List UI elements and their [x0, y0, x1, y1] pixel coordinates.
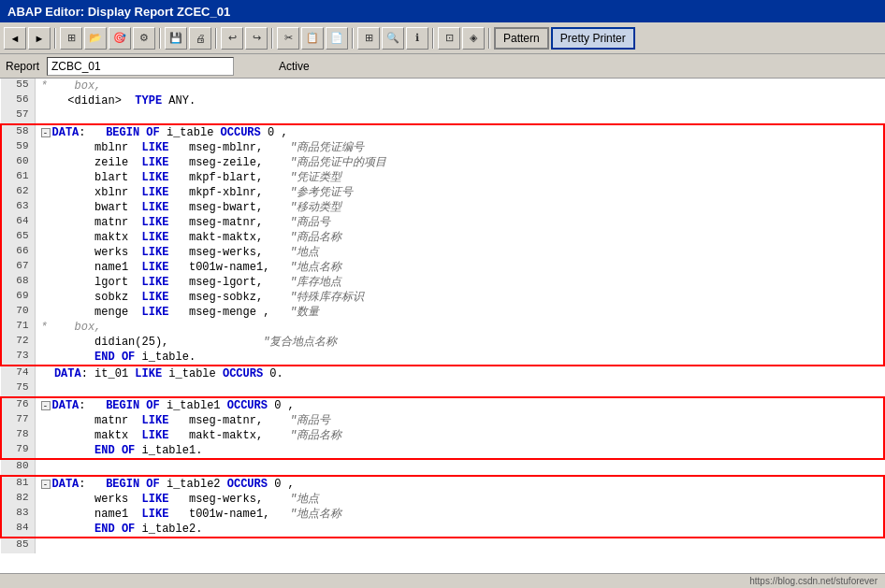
- back-btn[interactable]: ◄: [4, 27, 26, 50]
- fold-marker[interactable]: -: [41, 128, 51, 137]
- code-line[interactable]: -DATA: BEGIN OF i_table1 OCCURS 0 ,: [35, 397, 884, 413]
- table-row: 58-DATA: BEGIN OF i_table OCCURS 0 ,: [1, 124, 884, 140]
- table-row: 66 werks LIKE mseg-werks, "地点: [1, 245, 884, 260]
- line-number: 57: [1, 108, 35, 124]
- code-line[interactable]: menge LIKE mseg-menge , "数量: [35, 305, 884, 320]
- code-table: 55* box,56 <didian> TYPE ANY.57 58-DATA:…: [0, 79, 885, 553]
- code-line[interactable]: * box,: [35, 79, 884, 93]
- line-number: 75: [1, 381, 35, 397]
- code-line[interactable]: matnr LIKE mseg-matnr, "商品号: [35, 413, 884, 428]
- table-row: 56 <didian> TYPE ANY.: [1, 93, 884, 108]
- fold-marker[interactable]: -: [41, 401, 51, 410]
- sep7: [488, 28, 490, 49]
- code-line[interactable]: maktx LIKE makt-maktx, "商品名称: [35, 428, 884, 443]
- find-btn[interactable]: 🔍: [382, 27, 404, 50]
- report-input[interactable]: [47, 57, 234, 76]
- line-number: 61: [1, 170, 35, 185]
- code-line[interactable]: [35, 459, 884, 476]
- sep3: [215, 28, 217, 49]
- code-line[interactable]: [35, 381, 884, 397]
- code-line[interactable]: zeile LIKE mseg-zeile, "商品凭证中的项目: [35, 155, 884, 170]
- pattern-button[interactable]: Pattern: [494, 27, 549, 50]
- table-row: 70 menge LIKE mseg-menge , "数量: [1, 305, 884, 320]
- line-number: 60: [1, 155, 35, 170]
- line-number: 68: [1, 275, 35, 290]
- report-bar: Report Active: [0, 54, 885, 79]
- line-number: 76: [1, 397, 35, 413]
- table-row: 81-DATA: BEGIN OF i_table2 OCCURS 0 ,: [1, 476, 884, 492]
- line-number: 69: [1, 290, 35, 305]
- debug-btn[interactable]: ⊡: [438, 27, 460, 50]
- table-row: 55* box,: [1, 79, 884, 93]
- code-line[interactable]: mblnr LIKE mseg-mblnr, "商品凭证编号: [35, 140, 884, 155]
- line-number: 82: [1, 492, 35, 507]
- table-row: 65 maktx LIKE makt-maktx, "商品名称: [1, 230, 884, 245]
- sep1: [54, 28, 56, 49]
- code-line[interactable]: xblnr LIKE mkpf-xblnr, "参考凭证号: [35, 185, 884, 200]
- code-line[interactable]: matnr LIKE mseg-matnr, "商品号: [35, 215, 884, 230]
- table-row: 84 END OF i_table2.: [1, 522, 884, 538]
- paste-btn[interactable]: 📄: [326, 27, 348, 50]
- code-line[interactable]: END OF i_table1.: [35, 443, 884, 459]
- cut-btn[interactable]: ✂: [277, 27, 299, 50]
- pretty-printer-button[interactable]: Pretty Printer: [551, 27, 635, 50]
- forward-btn[interactable]: ►: [28, 27, 51, 50]
- table-row: 64 matnr LIKE mseg-matnr, "商品号: [1, 215, 884, 230]
- status-bar: https://blog.csdn.net/stuforever: [0, 573, 885, 588]
- line-number: 83: [1, 507, 35, 522]
- line-number: 79: [1, 443, 35, 459]
- info-btn[interactable]: ℹ: [406, 27, 428, 50]
- code-line[interactable]: name1 LIKE t001w-name1, "地点名称: [35, 260, 884, 275]
- run-btn[interactable]: ◈: [462, 27, 485, 50]
- code-line[interactable]: maktx LIKE makt-maktx, "商品名称: [35, 230, 884, 245]
- code-line[interactable]: werks LIKE mseg-werks, "地点: [35, 492, 884, 507]
- code-line[interactable]: sobkz LIKE mseg-sobkz, "特殊库存标识: [35, 290, 884, 305]
- code-line[interactable]: -DATA: BEGIN OF i_table2 OCCURS 0 ,: [35, 476, 884, 492]
- code-line[interactable]: END OF i_table.: [35, 350, 884, 366]
- line-number: 74: [1, 366, 35, 381]
- table-row: 57: [1, 108, 884, 124]
- table-row: 80: [1, 459, 884, 476]
- table-row: 63 bwart LIKE mseg-bwart, "移动类型: [1, 200, 884, 215]
- line-number: 73: [1, 350, 35, 366]
- undo-btn[interactable]: ↩: [221, 27, 243, 50]
- code-line[interactable]: name1 LIKE t001w-name1, "地点名称: [35, 507, 884, 522]
- table-row: 82 werks LIKE mseg-werks, "地点: [1, 492, 884, 507]
- line-number: 63: [1, 200, 35, 215]
- code-line[interactable]: lgort LIKE mseg-lgort, "库存地点: [35, 275, 884, 290]
- line-number: 72: [1, 335, 35, 350]
- line-number: 56: [1, 93, 35, 108]
- table-row: 85: [1, 538, 884, 553]
- code-line[interactable]: -DATA: BEGIN OF i_table OCCURS 0 ,: [35, 124, 884, 140]
- sep5: [352, 28, 354, 49]
- line-number: 71: [1, 320, 35, 335]
- code-line[interactable]: blart LIKE mkpf-blart, "凭证类型: [35, 170, 884, 185]
- redo-btn[interactable]: ↪: [245, 27, 268, 50]
- code-line[interactable]: * box,: [35, 320, 884, 335]
- code-line[interactable]: [35, 108, 884, 124]
- code-line[interactable]: werks LIKE mseg-werks, "地点: [35, 245, 884, 260]
- line-number: 77: [1, 413, 35, 428]
- code-line[interactable]: DATA: it_01 LIKE i_table OCCURS 0.: [35, 366, 884, 381]
- table-row: 76-DATA: BEGIN OF i_table1 OCCURS 0 ,: [1, 397, 884, 413]
- code-line[interactable]: END OF i_table2.: [35, 522, 884, 538]
- target-btn[interactable]: 🎯: [109, 27, 131, 50]
- new-session-btn[interactable]: ⊞: [60, 27, 82, 50]
- print-btn[interactable]: 🖨: [189, 27, 211, 50]
- table-row: 67 name1 LIKE t001w-name1, "地点名称: [1, 260, 884, 275]
- code-line[interactable]: [35, 538, 884, 553]
- line-number: 80: [1, 459, 35, 476]
- code-line[interactable]: bwart LIKE mseg-bwart, "移动类型: [35, 200, 884, 215]
- line-number: 65: [1, 230, 35, 245]
- copy-btn[interactable]: 📋: [301, 27, 324, 50]
- grid-btn[interactable]: ⊞: [357, 27, 380, 50]
- code-editor[interactable]: 55* box,56 <didian> TYPE ANY.57 58-DATA:…: [0, 79, 885, 573]
- open-btn[interactable]: 📂: [84, 27, 107, 50]
- table-row: 61 blart LIKE mkpf-blart, "凭证类型: [1, 170, 884, 185]
- save-btn[interactable]: 💾: [165, 27, 187, 50]
- settings-btn[interactable]: ⚙: [133, 27, 155, 50]
- code-line[interactable]: didian(25), "复合地点名称: [35, 335, 884, 350]
- table-row: 59 mblnr LIKE mseg-mblnr, "商品凭证编号: [1, 140, 884, 155]
- fold-marker[interactable]: -: [41, 480, 51, 489]
- code-line[interactable]: <didian> TYPE ANY.: [35, 93, 884, 108]
